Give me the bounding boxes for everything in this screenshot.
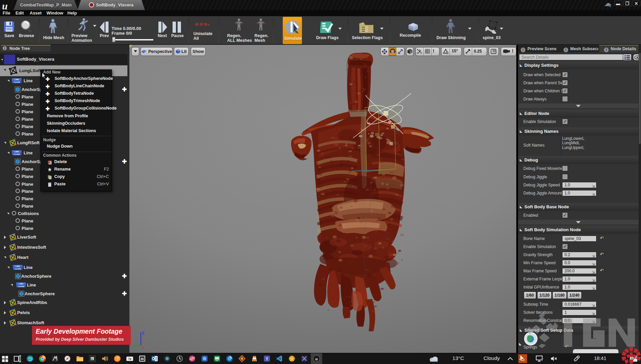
svg-text:x: x bbox=[142, 345, 145, 350]
svg-text:Z: Z bbox=[142, 331, 145, 336]
svg-text:T: T bbox=[266, 357, 268, 361]
svg-text:u: u bbox=[315, 356, 317, 361]
svg-text:i: i bbox=[4, 47, 5, 50]
svg-text:7z: 7z bbox=[128, 357, 131, 361]
